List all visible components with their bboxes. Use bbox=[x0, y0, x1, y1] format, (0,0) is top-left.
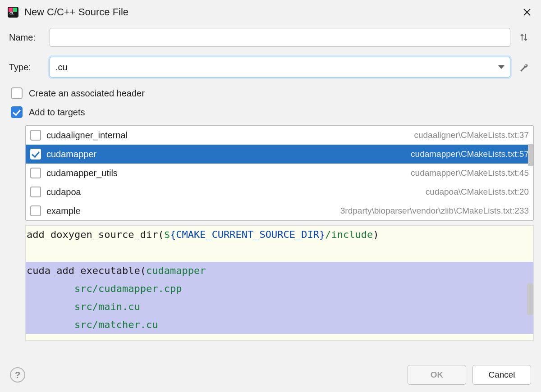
code-line: src/cudamapper.cpp bbox=[26, 280, 533, 298]
target-checkbox[interactable] bbox=[30, 205, 41, 216]
dialog-title: New C/C++ Source File bbox=[24, 6, 128, 18]
target-checkbox[interactable] bbox=[30, 187, 41, 197]
chevron-down-icon bbox=[498, 65, 504, 69]
target-path: cudaaligner\CMakeLists.txt:37 bbox=[414, 130, 529, 140]
dialog-footer: ? OK Cancel bbox=[0, 358, 541, 392]
target-row[interactable]: cudamappercudamapper\CMakeLists.txt:57 bbox=[26, 145, 533, 164]
targets-list[interactable]: cudaaligner_internalcudaaligner\CMakeLis… bbox=[25, 125, 534, 221]
target-name: cudamapper bbox=[46, 149, 411, 160]
target-path: cudapoa\CMakeLists.txt:20 bbox=[426, 187, 529, 197]
targets-scrollbar[interactable] bbox=[528, 144, 533, 166]
add-targets-label: Add to targets bbox=[29, 107, 85, 118]
target-name: cudaaligner_internal bbox=[46, 130, 414, 141]
create-header-checkbox[interactable] bbox=[11, 87, 23, 99]
code-line: src/matcher.cu bbox=[26, 316, 533, 334]
name-label: Name: bbox=[9, 32, 50, 43]
ok-button[interactable]: OK bbox=[408, 365, 466, 385]
help-button[interactable]: ? bbox=[10, 367, 25, 383]
type-value: .cu bbox=[55, 62, 498, 73]
target-row[interactable]: cudaaligner_internalcudaaligner\CMakeLis… bbox=[26, 126, 533, 145]
titlebar: CL New C/C++ Source File bbox=[0, 0, 541, 28]
add-targets-checkbox[interactable] bbox=[11, 106, 23, 118]
target-name: example bbox=[46, 206, 340, 216]
target-row[interactable]: cudamapper_utilscudamapper\CMakeLists.tx… bbox=[26, 164, 533, 182]
target-path: cudamapper\CMakeLists.txt:57 bbox=[411, 149, 529, 159]
code-preview[interactable]: add_doxygen_source_dir(${CMAKE_CURRENT_S… bbox=[25, 225, 534, 341]
code-line: src/main.cu bbox=[26, 298, 533, 316]
close-button[interactable] bbox=[520, 5, 534, 19]
code-line: cuda_add_executable(cudamapper bbox=[26, 262, 533, 280]
target-name: cudamapper_utils bbox=[46, 168, 411, 178]
app-icon: CL bbox=[7, 6, 19, 18]
target-checkbox[interactable] bbox=[30, 130, 41, 141]
target-path: 3rdparty\bioparser\vendor\zlib\CMakeList… bbox=[340, 206, 529, 216]
name-input[interactable] bbox=[50, 28, 510, 47]
wrench-icon[interactable] bbox=[516, 62, 532, 73]
type-label: Type: bbox=[9, 62, 50, 73]
cancel-button[interactable]: Cancel bbox=[472, 365, 531, 385]
target-path: cudamapper\CMakeLists.txt:45 bbox=[411, 168, 529, 178]
type-combobox[interactable]: .cu bbox=[50, 57, 510, 77]
target-checkbox[interactable] bbox=[30, 149, 41, 160]
code-line bbox=[26, 244, 533, 262]
svg-text:CL: CL bbox=[9, 11, 14, 15]
target-row[interactable]: cudapoacudapoa\CMakeLists.txt:20 bbox=[26, 182, 533, 201]
target-name: cudapoa bbox=[46, 187, 426, 197]
target-checkbox[interactable] bbox=[30, 168, 41, 178]
code-scrollbar[interactable] bbox=[527, 283, 533, 315]
create-header-label: Create an associated header bbox=[29, 88, 145, 99]
sort-toggle-icon[interactable] bbox=[516, 32, 532, 42]
target-row[interactable]: example3rdparty\bioparser\vendor\zlib\CM… bbox=[26, 201, 533, 220]
code-line: add_doxygen_source_dir(${CMAKE_CURRENT_S… bbox=[26, 226, 533, 244]
